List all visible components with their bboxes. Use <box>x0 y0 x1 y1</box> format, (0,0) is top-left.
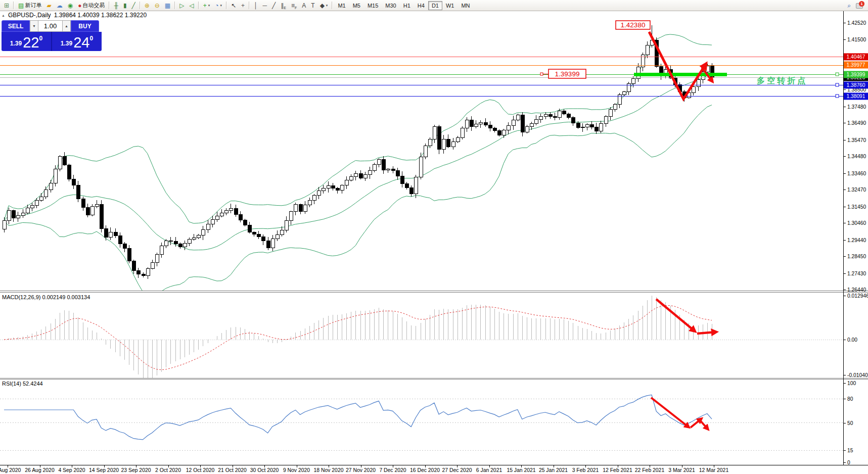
timeframe-m1[interactable]: M1 <box>334 1 349 10</box>
candle-body <box>239 214 242 220</box>
search-icon: ⌕ <box>847 3 851 9</box>
candle-body <box>419 157 423 177</box>
timeframe-m15[interactable]: M15 <box>364 1 382 10</box>
candlestick-mode[interactable]: ▮ <box>121 1 129 10</box>
cn-annotation-text[interactable]: 多空转折点 <box>757 76 807 85</box>
line-chart-mode[interactable]: ╱ <box>130 1 138 10</box>
timeframe-h4[interactable]: H4 <box>414 1 428 10</box>
timeframe-m5[interactable]: M5 <box>349 1 364 10</box>
volume-down-button[interactable]: ▼ <box>30 20 38 32</box>
time-tick-label: 15 Jan 2021 <box>507 467 535 473</box>
zoom-out[interactable]: ⊖ <box>153 1 162 10</box>
candle-body <box>386 169 390 170</box>
price-tick-label: 1.41500 <box>847 37 866 42</box>
candle-body <box>474 124 478 127</box>
tile-windows[interactable]: ▦ <box>163 1 172 10</box>
candle-body <box>243 220 247 225</box>
level-handle[interactable] <box>836 73 839 76</box>
buy-price-small: 1.39 <box>61 40 72 47</box>
trendline-tool[interactable]: ╱ <box>270 1 278 10</box>
candle-body <box>26 208 29 213</box>
green-support-bar[interactable] <box>634 73 727 76</box>
one-click-trading-panel: SELL ▼ ▲ BUY 1.39 22 0 1.39 24 0 <box>2 20 102 51</box>
market-cloud[interactable]: ☁ <box>55 1 65 10</box>
candle-body <box>331 185 335 188</box>
chart-canvas[interactable]: 1.425201.415001.385001.374801.364901.354… <box>0 0 868 474</box>
candle-body <box>229 208 233 210</box>
timeframe-h1[interactable]: H1 <box>400 1 414 10</box>
search-button[interactable]: ⌕ <box>845 1 853 10</box>
level-handle[interactable] <box>836 94 839 98</box>
volume-up-button[interactable]: ▲ <box>62 20 71 32</box>
signals[interactable]: ◉ <box>66 1 75 10</box>
channel-tool[interactable]: ∥E <box>279 1 288 10</box>
price-tick-label: 1.37480 <box>847 104 866 110</box>
vertical-line-tool[interactable]: │ <box>252 1 260 10</box>
chart-shift[interactable]: ◁ <box>187 1 196 10</box>
auto-trading[interactable]: ●自动交易 <box>76 1 107 10</box>
level-badge-1.38760-text: 1.38760 <box>847 82 865 88</box>
candle-body <box>433 126 436 139</box>
collapse-arrow-icon[interactable]: ▲ <box>2 14 5 17</box>
candle-body <box>7 211 11 221</box>
candle-body <box>261 237 265 241</box>
chart-preview-icon: ⊞ <box>4 3 9 9</box>
support-label-handle[interactable] <box>540 73 543 75</box>
toolbar-separator <box>109 2 110 9</box>
chart-preview[interactable]: ⊞ <box>2 1 11 10</box>
candle-body <box>622 92 626 94</box>
buy-price[interactable]: 1.39 24 0 <box>51 32 102 51</box>
buy-button[interactable]: BUY <box>71 20 99 32</box>
sell-price-sup: 0 <box>39 35 42 42</box>
candle-body <box>215 216 219 220</box>
sell-price[interactable]: 1.39 22 0 <box>2 32 51 51</box>
candle-body <box>100 204 103 228</box>
time-tick-label: 25 Jan 2021 <box>539 467 568 473</box>
fibonacci-tool[interactable]: ≡F <box>289 1 299 10</box>
zoom-in[interactable]: ⊕ <box>143 1 152 10</box>
volume-input[interactable] <box>38 20 62 32</box>
macd-annotation-arrow[interactable] <box>697 332 716 334</box>
candle-body <box>349 176 353 180</box>
timeframe-mn[interactable]: MN <box>458 1 473 10</box>
new-order-icon: ▤ <box>18 3 24 9</box>
ohlc-values: 1.39864 1.40039 1.38622 1.39220 <box>54 12 147 19</box>
cursor-tool[interactable]: ↖ <box>229 1 238 10</box>
time-tick-label: 23 Sep 2020 <box>121 467 151 473</box>
price-tick-label: 1.33460 <box>847 171 866 176</box>
candle-body <box>58 156 62 169</box>
period-menu[interactable]: ◔▾ <box>213 1 224 10</box>
deposit-gold[interactable]: ▰ <box>44 1 53 10</box>
rsi-annotation-arrow[interactable] <box>700 420 708 429</box>
channel-tool-sub-label: E <box>284 6 286 10</box>
timeframe-w1[interactable]: W1 <box>442 1 458 10</box>
candle-body <box>437 126 441 150</box>
price-tick-label: 1.34480 <box>847 154 866 159</box>
new-order[interactable]: ▤新订单 <box>16 1 43 10</box>
add-indicators[interactable]: +▾ <box>201 1 212 10</box>
candle-body <box>377 159 381 164</box>
auto-scroll[interactable]: ▷ <box>177 1 186 10</box>
notifications-button[interactable]: 1 <box>855 1 864 10</box>
level-handle[interactable] <box>836 83 839 86</box>
toolbar-right-group: ⌕1 <box>845 1 866 10</box>
candle-body <box>488 125 492 128</box>
text-label-tool-icon: T <box>311 3 314 9</box>
timeframe-d1[interactable]: D1 <box>428 1 442 10</box>
candle-body <box>109 232 112 238</box>
text-tool[interactable]: A <box>300 1 308 10</box>
time-tick-label: 27 Dec 2020 <box>442 467 472 473</box>
sell-button[interactable]: SELL <box>2 20 30 32</box>
candle-body <box>391 169 395 170</box>
arrows-tool[interactable]: ◆▾ <box>318 1 330 10</box>
candle-body <box>308 200 311 205</box>
peak-price-label-text: 1.42380 <box>621 21 646 29</box>
crosshair-tool[interactable]: + <box>239 1 247 10</box>
candle-body <box>30 206 34 208</box>
candle-body <box>525 126 529 132</box>
horizontal-line-tool[interactable]: ─ <box>261 1 269 10</box>
text-label-tool[interactable]: T <box>309 1 316 10</box>
fibonacci-tool-icon: ≡ <box>291 3 295 9</box>
timeframe-m30[interactable]: M30 <box>382 1 399 10</box>
bar-chart-mode[interactable]: ╫ <box>112 1 120 10</box>
